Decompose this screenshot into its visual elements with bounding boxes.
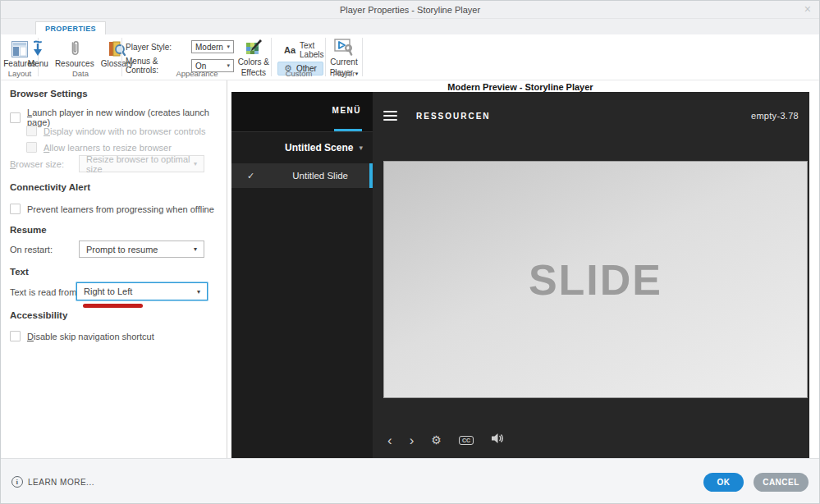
player-style-label: Player Style: <box>126 43 191 52</box>
settings-gear-icon[interactable]: ⚙ <box>431 434 442 446</box>
disable-skip-row[interactable]: Disable skip navigation shortcut <box>10 331 154 341</box>
prevent-offline-checkbox[interactable] <box>10 204 21 214</box>
window-title: Player Properties - Storyline Player <box>340 5 480 15</box>
slide-list-item[interactable]: ✓ Untitled Slide <box>231 163 373 188</box>
red-underline-annotation <box>83 304 143 308</box>
text-heading: Text <box>10 267 29 277</box>
closed-captions-icon[interactable]: CC <box>459 436 474 445</box>
prevent-offline-row[interactable]: Prevent learners from progressing when o… <box>10 204 214 214</box>
learn-more-label: LEARN MORE... <box>28 478 94 487</box>
resources-tab[interactable]: RESSOURCEN <box>416 112 491 121</box>
menu-tab-underline <box>334 129 362 131</box>
learn-more-link[interactable]: i LEARN MORE... <box>11 476 94 488</box>
hamburger-icon[interactable] <box>383 111 397 121</box>
player-preview: MENÜ Untitled Scene ▾ ✓ Untitled Slide R… <box>231 92 809 458</box>
launch-new-window-row[interactable]: Launch player in new window (creates lau… <box>10 108 227 127</box>
read-from-value: Right to Left <box>84 286 132 296</box>
ribbon-group-appearance: Player Style: Modern ▾ Menus & Controls:… <box>122 34 272 80</box>
allow-resize-checkbox <box>26 142 37 153</box>
colors-effects-label-1: Colors & <box>238 57 269 66</box>
menu-tab[interactable]: MENÜ <box>332 106 361 115</box>
display-no-controls-label: Display window with no browser controls <box>44 126 205 136</box>
allow-resize-row: Allow learners to resize browser <box>26 142 172 153</box>
menu-label: Menu <box>28 59 48 68</box>
allow-resize-label: Allow learners to resize browser <box>44 143 172 153</box>
ribbon-divider <box>362 38 363 76</box>
chevron-down-icon: ▾ <box>194 160 197 167</box>
browser-size-select: Resize browser to optimal size ▾ <box>79 155 204 172</box>
cancel-button[interactable]: CANCEL <box>754 473 809 492</box>
on-restart-value: Prompt to resume <box>86 245 158 254</box>
check-icon: ✓ <box>247 171 254 181</box>
player-topbar: RESSOURCEN empty-3.78 <box>373 92 809 140</box>
slide-item-label: Untitled Slide <box>254 171 373 181</box>
features-icon <box>11 38 28 57</box>
resources-label: Resources <box>55 59 94 68</box>
footer-bar: i LEARN MORE... OK CANCEL <box>1 458 819 504</box>
previous-slide-icon[interactable]: ‹ <box>387 433 392 447</box>
player-properties-window: Player Properties - Storyline Player × P… <box>0 0 820 504</box>
current-player-label-1: Current <box>330 57 357 66</box>
group-label-appearance: Appearance <box>122 69 272 78</box>
close-icon[interactable]: × <box>804 2 811 16</box>
chevron-down-icon: ▾ <box>227 44 230 50</box>
on-restart-select[interactable]: Prompt to resume ▾ <box>79 241 204 258</box>
text-labels-label: Text Labels <box>300 41 326 59</box>
chevron-down-icon: ▾ <box>194 245 197 253</box>
browser-settings-heading: Browser Settings <box>10 89 88 99</box>
text-labels-button[interactable]: Aa Text Labels <box>284 41 326 59</box>
info-icon: i <box>11 476 23 488</box>
menu-icon <box>31 38 44 57</box>
chevron-down-icon: ▾ <box>227 62 230 69</box>
current-player-icon <box>334 38 354 56</box>
player-stage: RESSOURCEN empty-3.78 SLIDE ‹ › ⚙ CC <box>373 92 809 458</box>
display-no-controls-checkbox <box>26 126 37 136</box>
browser-size-value: Resize browser to optimal size <box>86 154 194 174</box>
browser-size-label: Browser size: <box>10 159 64 169</box>
chevron-down-icon: ▾ <box>359 144 363 152</box>
launch-new-window-checkbox[interactable] <box>10 112 21 123</box>
settings-panel: Browser Settings Launch player in new wi… <box>1 80 227 458</box>
launch-new-window-label: Launch player in new window (creates lau… <box>27 108 227 127</box>
display-no-controls-row: Display window with no browser controls <box>26 126 205 136</box>
chevron-down-icon: ▾ <box>197 288 200 296</box>
project-name: empty-3.78 <box>751 111 799 121</box>
player-style-select[interactable]: Modern ▾ <box>191 40 234 53</box>
on-restart-label: On restart: <box>10 245 53 254</box>
accessibility-heading: Accessibility <box>10 310 67 320</box>
scene-title: Untitled Scene <box>285 142 353 153</box>
player-controls: ‹ › ⚙ CC <box>387 433 504 447</box>
slide-stage: SLIDE <box>383 161 808 398</box>
read-from-label: Text is read from: <box>10 287 79 297</box>
text-labels-icon: Aa <box>284 45 295 55</box>
slide-placeholder-text: SLIDE <box>529 255 662 305</box>
player-sidebar-header: MENÜ <box>231 92 373 132</box>
group-label-custom: Custom <box>272 69 326 78</box>
ribbon-tab-strip: PROPERTIES <box>1 19 819 34</box>
ok-button[interactable]: OK <box>703 473 744 492</box>
player-sidebar: MENÜ Untitled Scene ▾ ✓ Untitled Slide <box>231 92 373 458</box>
prevent-offline-label: Prevent learners from progressing when o… <box>27 204 214 214</box>
title-bar: Player Properties - Storyline Player × <box>1 1 819 19</box>
preview-title: Modern Preview - Storyline Player <box>231 82 809 92</box>
disable-skip-label: Disable skip navigation shortcut <box>27 332 154 341</box>
ribbon: Features Layout Menu <box>1 34 819 80</box>
tab-properties[interactable]: PROPERTIES <box>35 21 106 35</box>
group-label-player: Player <box>326 69 362 78</box>
ribbon-group-data: Menu Resources <box>39 34 122 80</box>
connectivity-heading: Connectivity Alert <box>10 182 90 192</box>
volume-icon[interactable] <box>491 433 504 447</box>
resources-icon <box>69 38 80 57</box>
colors-effects-icon <box>245 39 262 56</box>
disable-skip-checkbox[interactable] <box>10 331 21 341</box>
resume-heading: Resume <box>10 225 47 235</box>
ribbon-group-player: Current Player ▾ Player <box>326 34 362 80</box>
next-slide-icon[interactable]: › <box>410 433 415 447</box>
scene-dropdown[interactable]: Untitled Scene ▾ <box>231 132 373 163</box>
ribbon-group-custom: Aa Text Labels ⚙ Other Custom <box>272 34 326 80</box>
player-style-value: Modern <box>195 43 223 52</box>
read-from-select[interactable]: Right to Left ▾ <box>76 282 208 300</box>
group-label-data: Data <box>39 69 122 78</box>
